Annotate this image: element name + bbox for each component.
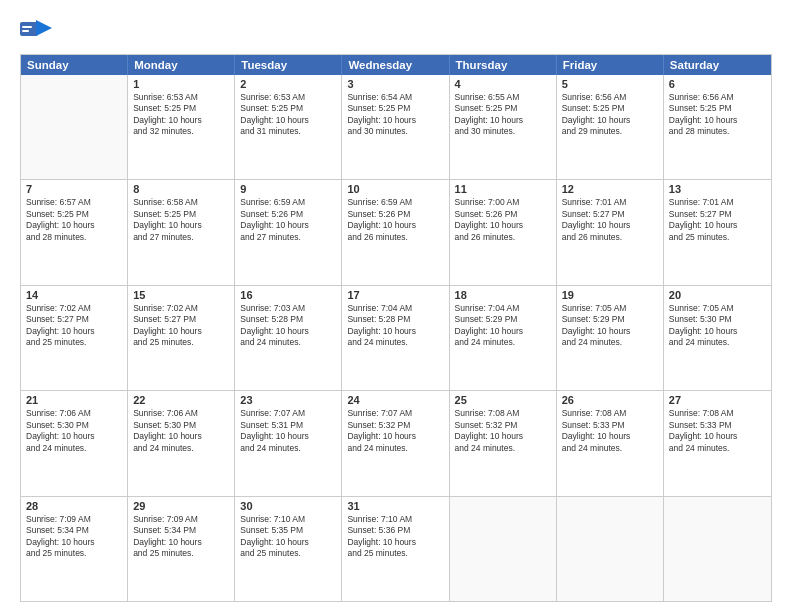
calendar-cell: 26Sunrise: 7:08 AM Sunset: 5:33 PM Dayli…	[557, 391, 664, 495]
day-number: 13	[669, 183, 766, 195]
calendar-cell	[664, 497, 771, 601]
calendar-cell: 20Sunrise: 7:05 AM Sunset: 5:30 PM Dayli…	[664, 286, 771, 390]
cell-info: Sunrise: 7:05 AM Sunset: 5:30 PM Dayligh…	[669, 303, 766, 349]
calendar-cell: 22Sunrise: 7:06 AM Sunset: 5:30 PM Dayli…	[128, 391, 235, 495]
day-number: 24	[347, 394, 443, 406]
cell-info: Sunrise: 7:07 AM Sunset: 5:31 PM Dayligh…	[240, 408, 336, 454]
calendar-cell: 17Sunrise: 7:04 AM Sunset: 5:28 PM Dayli…	[342, 286, 449, 390]
cell-info: Sunrise: 6:53 AM Sunset: 5:25 PM Dayligh…	[240, 92, 336, 138]
calendar-header-day: Monday	[128, 55, 235, 75]
calendar-cell: 1Sunrise: 6:53 AM Sunset: 5:25 PM Daylig…	[128, 75, 235, 179]
day-number: 20	[669, 289, 766, 301]
day-number: 6	[669, 78, 766, 90]
calendar-row: 21Sunrise: 7:06 AM Sunset: 5:30 PM Dayli…	[21, 391, 771, 496]
cell-info: Sunrise: 7:08 AM Sunset: 5:33 PM Dayligh…	[562, 408, 658, 454]
calendar-header: SundayMondayTuesdayWednesdayThursdayFrid…	[21, 55, 771, 75]
calendar-row: 1Sunrise: 6:53 AM Sunset: 5:25 PM Daylig…	[21, 75, 771, 180]
svg-marker-1	[36, 20, 52, 36]
calendar-row: 7Sunrise: 6:57 AM Sunset: 5:25 PM Daylig…	[21, 180, 771, 285]
calendar-cell: 11Sunrise: 7:00 AM Sunset: 5:26 PM Dayli…	[450, 180, 557, 284]
calendar-cell	[450, 497, 557, 601]
calendar-header-day: Wednesday	[342, 55, 449, 75]
cell-info: Sunrise: 7:09 AM Sunset: 5:34 PM Dayligh…	[133, 514, 229, 560]
cell-info: Sunrise: 7:08 AM Sunset: 5:33 PM Dayligh…	[669, 408, 766, 454]
cell-info: Sunrise: 7:00 AM Sunset: 5:26 PM Dayligh…	[455, 197, 551, 243]
svg-rect-0	[20, 22, 38, 36]
day-number: 9	[240, 183, 336, 195]
svg-rect-2	[22, 26, 32, 28]
header	[20, 18, 772, 46]
day-number: 18	[455, 289, 551, 301]
cell-info: Sunrise: 7:08 AM Sunset: 5:32 PM Dayligh…	[455, 408, 551, 454]
calendar-cell: 29Sunrise: 7:09 AM Sunset: 5:34 PM Dayli…	[128, 497, 235, 601]
cell-info: Sunrise: 7:09 AM Sunset: 5:34 PM Dayligh…	[26, 514, 122, 560]
page: SundayMondayTuesdayWednesdayThursdayFrid…	[0, 0, 792, 612]
cell-info: Sunrise: 6:54 AM Sunset: 5:25 PM Dayligh…	[347, 92, 443, 138]
calendar-header-day: Sunday	[21, 55, 128, 75]
cell-info: Sunrise: 7:01 AM Sunset: 5:27 PM Dayligh…	[562, 197, 658, 243]
day-number: 19	[562, 289, 658, 301]
calendar: SundayMondayTuesdayWednesdayThursdayFrid…	[20, 54, 772, 602]
calendar-header-day: Tuesday	[235, 55, 342, 75]
calendar-header-day: Thursday	[450, 55, 557, 75]
calendar-cell: 21Sunrise: 7:06 AM Sunset: 5:30 PM Dayli…	[21, 391, 128, 495]
calendar-header-day: Friday	[557, 55, 664, 75]
day-number: 7	[26, 183, 122, 195]
day-number: 5	[562, 78, 658, 90]
cell-info: Sunrise: 6:53 AM Sunset: 5:25 PM Dayligh…	[133, 92, 229, 138]
cell-info: Sunrise: 7:07 AM Sunset: 5:32 PM Dayligh…	[347, 408, 443, 454]
day-number: 27	[669, 394, 766, 406]
calendar-cell: 10Sunrise: 6:59 AM Sunset: 5:26 PM Dayli…	[342, 180, 449, 284]
day-number: 25	[455, 394, 551, 406]
calendar-cell: 25Sunrise: 7:08 AM Sunset: 5:32 PM Dayli…	[450, 391, 557, 495]
svg-rect-3	[22, 30, 29, 32]
cell-info: Sunrise: 7:01 AM Sunset: 5:27 PM Dayligh…	[669, 197, 766, 243]
calendar-cell: 6Sunrise: 6:56 AM Sunset: 5:25 PM Daylig…	[664, 75, 771, 179]
day-number: 23	[240, 394, 336, 406]
day-number: 2	[240, 78, 336, 90]
cell-info: Sunrise: 7:02 AM Sunset: 5:27 PM Dayligh…	[26, 303, 122, 349]
calendar-cell: 23Sunrise: 7:07 AM Sunset: 5:31 PM Dayli…	[235, 391, 342, 495]
cell-info: Sunrise: 7:10 AM Sunset: 5:36 PM Dayligh…	[347, 514, 443, 560]
day-number: 4	[455, 78, 551, 90]
day-number: 21	[26, 394, 122, 406]
calendar-cell: 12Sunrise: 7:01 AM Sunset: 5:27 PM Dayli…	[557, 180, 664, 284]
cell-info: Sunrise: 7:05 AM Sunset: 5:29 PM Dayligh…	[562, 303, 658, 349]
day-number: 28	[26, 500, 122, 512]
calendar-cell: 28Sunrise: 7:09 AM Sunset: 5:34 PM Dayli…	[21, 497, 128, 601]
cell-info: Sunrise: 7:06 AM Sunset: 5:30 PM Dayligh…	[133, 408, 229, 454]
calendar-row: 14Sunrise: 7:02 AM Sunset: 5:27 PM Dayli…	[21, 286, 771, 391]
calendar-cell: 30Sunrise: 7:10 AM Sunset: 5:35 PM Dayli…	[235, 497, 342, 601]
day-number: 30	[240, 500, 336, 512]
day-number: 12	[562, 183, 658, 195]
calendar-cell	[21, 75, 128, 179]
calendar-header-day: Saturday	[664, 55, 771, 75]
cell-info: Sunrise: 6:58 AM Sunset: 5:25 PM Dayligh…	[133, 197, 229, 243]
logo-icon	[20, 18, 52, 46]
calendar-cell: 16Sunrise: 7:03 AM Sunset: 5:28 PM Dayli…	[235, 286, 342, 390]
calendar-cell: 5Sunrise: 6:56 AM Sunset: 5:25 PM Daylig…	[557, 75, 664, 179]
day-number: 1	[133, 78, 229, 90]
day-number: 10	[347, 183, 443, 195]
day-number: 11	[455, 183, 551, 195]
cell-info: Sunrise: 6:59 AM Sunset: 5:26 PM Dayligh…	[240, 197, 336, 243]
cell-info: Sunrise: 6:59 AM Sunset: 5:26 PM Dayligh…	[347, 197, 443, 243]
calendar-cell: 2Sunrise: 6:53 AM Sunset: 5:25 PM Daylig…	[235, 75, 342, 179]
calendar-cell: 3Sunrise: 6:54 AM Sunset: 5:25 PM Daylig…	[342, 75, 449, 179]
calendar-cell: 13Sunrise: 7:01 AM Sunset: 5:27 PM Dayli…	[664, 180, 771, 284]
calendar-cell: 4Sunrise: 6:55 AM Sunset: 5:25 PM Daylig…	[450, 75, 557, 179]
day-number: 31	[347, 500, 443, 512]
cell-info: Sunrise: 6:56 AM Sunset: 5:25 PM Dayligh…	[562, 92, 658, 138]
calendar-cell: 14Sunrise: 7:02 AM Sunset: 5:27 PM Dayli…	[21, 286, 128, 390]
cell-info: Sunrise: 6:56 AM Sunset: 5:25 PM Dayligh…	[669, 92, 766, 138]
cell-info: Sunrise: 7:02 AM Sunset: 5:27 PM Dayligh…	[133, 303, 229, 349]
calendar-cell: 19Sunrise: 7:05 AM Sunset: 5:29 PM Dayli…	[557, 286, 664, 390]
cell-info: Sunrise: 6:55 AM Sunset: 5:25 PM Dayligh…	[455, 92, 551, 138]
calendar-cell: 31Sunrise: 7:10 AM Sunset: 5:36 PM Dayli…	[342, 497, 449, 601]
calendar-cell: 8Sunrise: 6:58 AM Sunset: 5:25 PM Daylig…	[128, 180, 235, 284]
day-number: 14	[26, 289, 122, 301]
cell-info: Sunrise: 7:06 AM Sunset: 5:30 PM Dayligh…	[26, 408, 122, 454]
calendar-row: 28Sunrise: 7:09 AM Sunset: 5:34 PM Dayli…	[21, 497, 771, 601]
day-number: 16	[240, 289, 336, 301]
calendar-cell: 7Sunrise: 6:57 AM Sunset: 5:25 PM Daylig…	[21, 180, 128, 284]
